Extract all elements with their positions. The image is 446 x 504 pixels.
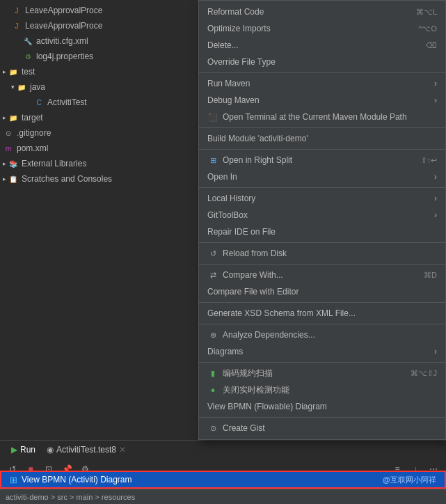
tree-item-gitignore[interactable]: ⊙ .gitignore: [0, 125, 195, 141]
tree-item-leaveapproval2[interactable]: J LeaveApprovalProce: [0, 18, 195, 33]
expand-arrow-icon: ▸: [3, 160, 6, 167]
file-tree: J LeaveApprovalProce J LeaveApprovalProc…: [0, 0, 195, 459]
menu-separator: [199, 362, 445, 363]
menu-item-open-terminal[interactable]: ⬛ Open Terminal at the Current Maven Mod…: [199, 109, 445, 125]
menu-item-debug-maven[interactable]: Debug Maven ›: [199, 92, 445, 109]
menu-item-open-in[interactable]: Open In ›: [199, 168, 445, 185]
menu-item-open-right-split[interactable]: ⊞ Open in Right Split ⇧↑↩: [199, 152, 445, 168]
ali-icon: ▮: [207, 368, 218, 379]
tree-item-activiti-test[interactable]: C ActivitiTest: [0, 95, 195, 110]
library-icon: 📚: [8, 158, 19, 169]
tree-item-target[interactable]: ▸ 📁 target: [0, 110, 195, 125]
highlighted-menu-item[interactable]: ⊞ View BPMN (Activiti) Diagram @互联网小阿祥: [0, 471, 446, 489]
submenu-arrow-icon: ›: [434, 210, 437, 220]
status-bar: activiti-demo > src > main > resources: [0, 489, 446, 504]
breadcrumb: activiti-demo > src > main > resources: [6, 493, 135, 501]
menu-separator: [199, 127, 445, 128]
menu-separator: [199, 242, 445, 243]
bpmn-icon: ⊞: [10, 475, 17, 485]
menu-item-override-file-type[interactable]: Override File Type: [199, 54, 445, 70]
menu-separator: [199, 417, 445, 418]
menu-item-optimize-imports[interactable]: Optimize Imports ^⌥O: [199, 20, 445, 37]
test-icon: ◉: [47, 445, 54, 455]
java-file-icon: J: [11, 5, 22, 16]
submenu-arrow-icon: ›: [434, 347, 437, 356]
menu-item-delete[interactable]: Delete... ⌫: [199, 37, 445, 54]
menu-separator: [199, 149, 445, 150]
menu-item-view-bpmn-flowable[interactable]: View BPMN (Flowable) Diagram: [199, 398, 445, 415]
menu-item-compare-with[interactable]: ⇄ Compare With... ⌘D: [199, 267, 445, 283]
menu-item-diagrams[interactable]: Diagrams ›: [199, 343, 445, 360]
run-bar: ▶ Run ◉ ActivitiTest.test8 ✕: [0, 440, 446, 459]
folder-icon: 📁: [8, 112, 19, 123]
menu-separator: [199, 72, 445, 73]
xml-file-icon: 🔧: [22, 36, 33, 47]
menu-separator: [199, 187, 445, 188]
gist-icon: ⊙: [207, 423, 218, 434]
tree-item-leaveapproval1[interactable]: J LeaveApprovalProce: [0, 3, 195, 18]
reload-icon: ↺: [207, 248, 218, 259]
close-tab-icon[interactable]: ✕: [119, 445, 126, 455]
analyze-icon: ⊛: [207, 329, 218, 340]
menu-item-code-scan[interactable]: ▮ 编码规约扫描 ⌘⌥⇧J: [199, 365, 445, 381]
submenu-arrow-icon: ›: [434, 172, 437, 182]
context-menu: Reformat Code ⌘⌥L Optimize Imports ^⌥O D…: [198, 0, 446, 440]
menu-item-repair-ide[interactable]: Repair IDE on File: [199, 223, 445, 240]
terminal-icon: ⬛: [207, 111, 218, 123]
menu-item-create-gist[interactable]: ⊙ Create Gist: [199, 420, 445, 436]
pom-file-icon: m: [3, 143, 14, 154]
tree-item-external-libs[interactable]: ▸ 📚 External Libraries: [0, 156, 195, 171]
submenu-arrow-icon: ›: [434, 194, 437, 203]
tree-item-activiti-cfg[interactable]: 🔧 activiti.cfg.xml: [0, 33, 195, 49]
tree-item-scratches[interactable]: ▸ 📋 Scratches and Consoles: [0, 171, 195, 187]
expand-arrow-icon: ▾: [11, 84, 15, 90]
class-file-icon: C: [33, 97, 45, 108]
expand-arrow-icon: ▸: [3, 68, 6, 75]
menu-item-reload-disk[interactable]: ↺ Reload from Disk: [199, 245, 445, 262]
tab-activiti-test[interactable]: ◉ ActivitiTest.test8 ✕: [41, 443, 132, 457]
tree-item-test[interactable]: ▸ 📁 test: [0, 64, 195, 79]
menu-item-analyze-deps[interactable]: ⊛ Analyze Dependencies...: [199, 326, 445, 343]
run-icon: ▶: [11, 445, 17, 455]
java-file-icon: J: [11, 20, 22, 31]
menu-item-close-realtime[interactable]: ● 关闭实时检测功能: [199, 381, 445, 398]
folder-icon: 📁: [8, 66, 19, 77]
ali-circle-icon: ●: [207, 384, 218, 395]
tree-item-java[interactable]: ▾ 📁 java: [0, 79, 195, 95]
submenu-arrow-icon: ›: [434, 79, 437, 88]
scratches-icon: 📋: [8, 173, 19, 184]
compare-icon: ⇄: [207, 269, 218, 281]
expand-arrow-icon: ▸: [3, 114, 6, 121]
tree-item-pom[interactable]: m pom.xml: [0, 141, 195, 156]
tab-run[interactable]: ▶ Run: [6, 443, 41, 457]
menu-item-local-history[interactable]: Local History ›: [199, 190, 445, 207]
menu-item-build-module[interactable]: Build Module 'activiti-demo': [199, 130, 445, 147]
submenu-arrow-icon: ›: [434, 95, 437, 105]
folder-icon: 📁: [16, 81, 27, 93]
git-icon: ⊙: [3, 127, 14, 139]
split-icon: ⊞: [207, 155, 218, 166]
menu-item-compare-file-editor[interactable]: Compare File with Editor: [199, 283, 445, 300]
menu-separator: [199, 324, 445, 324]
props-file-icon: ⚙: [22, 51, 33, 62]
menu-item-reformat-code[interactable]: Reformat Code ⌘⌥L: [199, 3, 445, 20]
tree-item-log4j[interactable]: ⚙ log4j.properties: [0, 49, 195, 64]
menu-item-generate-xsd[interactable]: Generate XSD Schema from XML File...: [199, 305, 445, 322]
menu-separator: [199, 302, 445, 303]
menu-separator: [199, 264, 445, 265]
menu-item-git-toolbox[interactable]: GitToolBox ›: [199, 207, 445, 223]
expand-arrow-icon: ▸: [3, 175, 6, 182]
menu-item-run-maven[interactable]: Run Maven ›: [199, 75, 445, 92]
